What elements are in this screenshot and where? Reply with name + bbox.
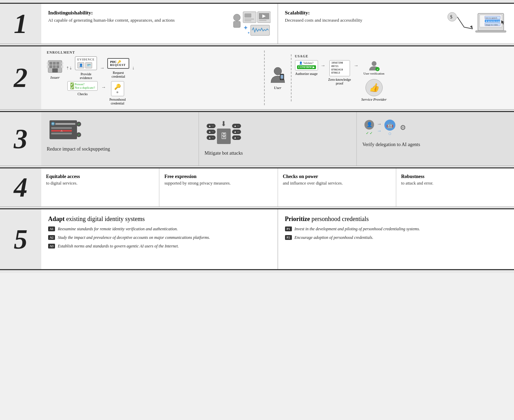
equitable-access-text: to digital services.: [46, 180, 154, 187]
svg-text:⬇ DOWNLOAD: ⬇ DOWNLOAD: [485, 20, 501, 22]
scalability-text: Scalability: Decreased costs and increas…: [285, 10, 440, 23]
svg-rect-1: [233, 21, 240, 27]
svg-point-38: [274, 67, 282, 75]
row-1: 1 Indistinguishability: AI capable of ge…: [0, 3, 514, 44]
arrow-3: →: [101, 85, 106, 90]
ai-delegation-panel: 👤 ✓ ✓ → → 🤖 ⬡: [357, 112, 514, 166]
phc-diagram: ENROLLMENT: [41, 46, 514, 109]
issuer-label: Issuer: [51, 75, 60, 79]
svg-point-0: [233, 14, 240, 21]
checks-label: Checks: [77, 92, 87, 96]
row-5-content: Adapt existing digital identity systems …: [41, 209, 514, 269]
row-1-content: Indistinguishability: AI capable of gene…: [41, 4, 514, 44]
indistinguishability-title: Indistinguishability:: [48, 10, 224, 16]
check-2: ✓: [370, 131, 373, 135]
svg-rect-33: [52, 68, 58, 73]
prioritize-section: Prioritize personhood credentials P1 Inv…: [278, 209, 514, 269]
row-4-content: Equitable access to digital services. Fr…: [41, 168, 514, 207]
bot-attacks-illustration: ▲ ··· ▲ ··· ▲ ··· ⬇ 🗄 ▲ ··· ▲ ··· ▲ ···: [205, 118, 243, 146]
svg-rect-32: [56, 65, 59, 68]
text-p1: Invest in the development and piloting o…: [295, 226, 420, 232]
svg-rect-3: [244, 13, 251, 18]
svg-point-41: [281, 79, 282, 80]
text-a1: Reexamine standards for remote identity …: [58, 226, 178, 232]
bot-msg-2: ▲ ···: [207, 130, 216, 134]
svg-rect-31: [53, 65, 56, 68]
user-verification-label: User verification: [363, 72, 384, 75]
svg-rect-27: [50, 62, 52, 65]
free-expression-title: Free expression: [164, 174, 272, 179]
personhood-credential-label: Personhoodcredential: [109, 98, 125, 105]
equitable-access-title: Equitable access: [46, 174, 154, 179]
zkp-label: Zero-knowledgeproof: [328, 78, 351, 85]
robustness-title: Robustness: [401, 174, 509, 179]
checks-on-power-title: Checks on power: [283, 174, 391, 179]
svg-rect-4: [244, 19, 254, 20]
row-number-4: 4: [0, 168, 41, 207]
action-p2: P2 Encourage adoption of personhood cred…: [285, 235, 507, 241]
request-credential-label: Requestcredential: [112, 71, 125, 78]
row-2: 2 ENROLLMENT: [0, 45, 514, 110]
badge-a3: A3: [48, 244, 55, 248]
gear-icon: ⚙: [398, 123, 408, 132]
person-circle: 👤: [364, 120, 374, 130]
row-3-content: 👁 ⚠ ✓ ✓ Reduc: [41, 112, 514, 166]
row-2-content: ENROLLMENT: [41, 46, 514, 109]
bot-attacks-panel: ▲ ··· ▲ ··· ▲ ··· ⬇ 🗄 ▲ ··· ▲ ··· ▲ ···: [199, 112, 357, 166]
indistinguishability-section: Indistinguishability: AI capable of gene…: [41, 4, 278, 44]
usage-label: USAGE: [295, 54, 509, 58]
bot-msg-5: ▲ ···: [232, 130, 241, 134]
indistinguishability-text: Indistinguishability: AI capable of gene…: [48, 10, 224, 23]
arrow-2: ↓: [132, 65, 134, 71]
bot-msg-6: ▲ ···: [232, 135, 241, 140]
delegation-illustration: 👤 ✓ ✓ → → 🤖 ⬡: [362, 118, 410, 137]
issuer-icon: [47, 57, 63, 74]
service-provider-label: Service Provider: [361, 97, 387, 101]
indistinguishability-illustration: ✦ ✦: [229, 10, 271, 37]
text-a3: Establish norms and standards to govern …: [58, 243, 179, 249]
checks-on-power-cell: Checks on power and influence over digit…: [278, 168, 396, 207]
arrow-1: →: [100, 65, 105, 71]
svg-rect-40: [281, 75, 283, 79]
bot-msg-4: ▲ ···: [232, 124, 241, 128]
scalability-body: Decreased costs and increased accessibil…: [285, 17, 440, 23]
svg-text:text-to-speech: text-to-speech: [485, 17, 497, 19]
bot-msg-1: ▲ ···: [207, 124, 216, 128]
prioritize-bold: Prioritize: [285, 215, 310, 222]
indistinguishability-body: AI capable of generating human-like cont…: [48, 17, 224, 23]
row-5: 5 Adapt existing digital identity system…: [0, 208, 514, 270]
action-a1: A1 Reexamine standards for remote identi…: [48, 226, 271, 232]
arrow-4: →: [321, 63, 326, 68]
user-verification-icon: ✓: [369, 60, 380, 71]
scalability-section: Scalability: Decreased costs and increas…: [278, 4, 514, 44]
text-p2: Encourage adoption of personhood credent…: [295, 235, 373, 241]
adapt-section: Adapt existing digital identity systems …: [41, 209, 278, 269]
svg-rect-9: [259, 20, 266, 21]
svg-text:image-to-video: image-to-video: [485, 24, 498, 26]
robustness-cell: Robustness to attack and error.: [396, 168, 514, 207]
svg-rect-30: [50, 65, 52, 68]
ai-agents-title: Verify delegation to AI agents: [362, 142, 420, 148]
row-number-1: 1: [0, 4, 41, 44]
database-icon: 🗄: [217, 129, 231, 144]
svg-rect-29: [56, 62, 59, 65]
authorize-usage-label: Authorize usage: [295, 72, 317, 76]
svg-text:$: $: [450, 14, 452, 20]
equitable-access-cell: Equitable access to digital services.: [41, 168, 160, 207]
badge-a1: A1: [48, 226, 55, 231]
scalability-title: Scalability:: [285, 10, 440, 16]
free-expression-cell: Free expression supported by strong priv…: [160, 168, 278, 207]
row-4: 4 Equitable access to digital services. …: [0, 167, 514, 207]
adapt-title: Adapt existing digital identity systems: [48, 215, 271, 223]
row-number-3: 3: [0, 112, 41, 166]
prioritize-normal: personhood credentials: [310, 215, 369, 222]
svg-rect-5: [244, 20, 251, 21]
row-number-5: 5: [0, 209, 41, 269]
sockpuppeting-illustration: 👁 ⚠ ✓ ✓: [47, 118, 80, 142]
svg-text:✦: ✦: [247, 31, 250, 35]
user-icon: [270, 66, 285, 84]
badge-a2: A2: [48, 235, 55, 240]
enrollment-label: ENROLLMENT: [47, 51, 261, 54]
check-1: ✓: [366, 131, 369, 135]
svg-rect-28: [53, 62, 56, 65]
